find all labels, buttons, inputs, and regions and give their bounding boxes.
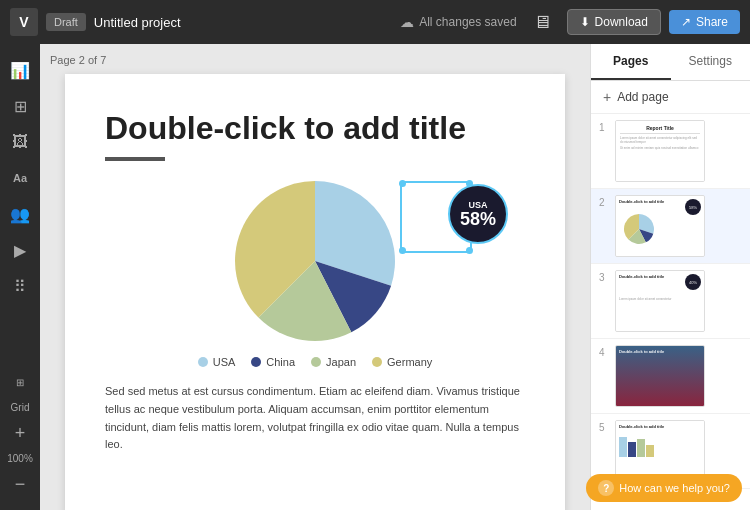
share-label: Share xyxy=(696,15,728,29)
draft-badge[interactable]: Draft xyxy=(46,13,86,31)
page-thumb-4[interactable]: 4 Double-click to add title xyxy=(591,339,750,414)
handle-bl[interactable] xyxy=(399,247,406,254)
zoom-label: Grid xyxy=(11,402,30,413)
pie-chart[interactable] xyxy=(235,161,395,361)
thumb-preview-2: Double-click to add title 58% xyxy=(615,195,705,257)
usa-badge-percent: 58% xyxy=(460,210,496,228)
sidebar-item-chart[interactable]: 📊 xyxy=(4,54,36,86)
page-num-2: 2 xyxy=(599,197,609,208)
thumb-preview-5: Double-click to add title xyxy=(615,420,705,482)
sidebar-item-media[interactable]: ▶ xyxy=(4,234,36,266)
saved-status: ☁ All changes saved xyxy=(400,14,516,30)
add-page-label: Add page xyxy=(617,90,668,104)
page-thumb-1[interactable]: 1 Report Title Lorem ipsum dolor sit ame… xyxy=(591,114,750,189)
topbar: V Draft Untitled project ☁ All changes s… xyxy=(0,0,750,44)
chart-container: USA 58% xyxy=(105,181,525,341)
thumb-preview-4: Double-click to add title xyxy=(615,345,705,407)
handle-br[interactable] xyxy=(466,247,473,254)
sidebar-item-apps[interactable]: ⠿ xyxy=(4,270,36,302)
logo-icon: V xyxy=(19,14,28,30)
legend-dot-usa xyxy=(198,357,208,367)
share-icon: ↗ xyxy=(681,15,691,29)
page-thumb-3[interactable]: 3 Double-click to add title 40% Lorem ip… xyxy=(591,264,750,339)
thumb-preview-3: Double-click to add title 40% Lorem ipsu… xyxy=(615,270,705,332)
thumb-preview-1: Report Title Lorem ipsum dolor sit amet … xyxy=(615,120,705,182)
help-button[interactable]: ? How can we help you? xyxy=(586,474,742,502)
main-layout: 📊 ⊞ 🖼 Aa 👥 ▶ ⠿ ⊞ Grid + 100% − Page 2 of… xyxy=(0,44,750,510)
body-text[interactable]: Sed sed metus at est cursus condimentum.… xyxy=(105,383,525,453)
right-panel: Pages Settings + Add page 1 Report Title… xyxy=(590,44,750,510)
page-title-placeholder[interactable]: Double-click to add title xyxy=(105,109,525,147)
sidebar-item-team[interactable]: 👥 xyxy=(4,198,36,230)
zoom-value: 100% xyxy=(7,453,33,464)
legend-label-usa: USA xyxy=(213,356,236,368)
cloud-icon: ☁ xyxy=(400,14,414,30)
zoom-plus-button[interactable]: + xyxy=(4,417,36,449)
title-underline xyxy=(105,157,165,161)
saved-label: All changes saved xyxy=(419,15,516,29)
zoom-minus-button[interactable]: − xyxy=(4,468,36,500)
page-num-4: 4 xyxy=(599,347,609,358)
legend-usa: USA xyxy=(198,356,236,368)
sidebar-item-template[interactable]: ⊞ xyxy=(4,90,36,122)
handle-tl[interactable] xyxy=(399,180,406,187)
project-title[interactable]: Untitled project xyxy=(94,15,181,30)
left-sidebar: 📊 ⊞ 🖼 Aa 👥 ▶ ⠿ ⊞ Grid + 100% − xyxy=(0,44,40,510)
page-num-5: 5 xyxy=(599,422,609,433)
right-tabs: Pages Settings xyxy=(591,44,750,81)
download-label: Download xyxy=(595,15,648,29)
sidebar-item-text[interactable]: Aa xyxy=(4,162,36,194)
monitor-button[interactable]: 🖥 xyxy=(525,7,559,38)
page-num-1: 1 xyxy=(599,122,609,133)
question-icon: ? xyxy=(598,480,614,496)
logo: V xyxy=(10,8,38,36)
page-num-3: 3 xyxy=(599,272,609,283)
canvas-area: Page 2 of 7 Double-click to add title xyxy=(40,44,590,510)
download-button[interactable]: ⬇ Download xyxy=(567,9,661,35)
plus-icon: + xyxy=(603,89,611,105)
tab-settings[interactable]: Settings xyxy=(671,44,751,80)
add-page-button[interactable]: + Add page xyxy=(591,81,750,114)
sidebar-bottom: ⊞ Grid + 100% − xyxy=(4,366,36,500)
tab-pages[interactable]: Pages xyxy=(591,44,671,80)
sidebar-item-image[interactable]: 🖼 xyxy=(4,126,36,158)
download-icon: ⬇ xyxy=(580,15,590,29)
sidebar-item-grid[interactable]: ⊞ xyxy=(4,366,36,398)
canvas-page[interactable]: Double-click to add title xyxy=(65,74,565,510)
usa-badge[interactable]: USA 58% xyxy=(448,184,508,244)
page-indicator: Page 2 of 7 xyxy=(50,54,580,66)
pages-list: 1 Report Title Lorem ipsum dolor sit ame… xyxy=(591,114,750,510)
help-label: How can we help you? xyxy=(619,482,730,494)
page-thumb-2[interactable]: 2 Double-click to add title 58% xyxy=(591,189,750,264)
share-button[interactable]: ↗ Share xyxy=(669,10,740,34)
